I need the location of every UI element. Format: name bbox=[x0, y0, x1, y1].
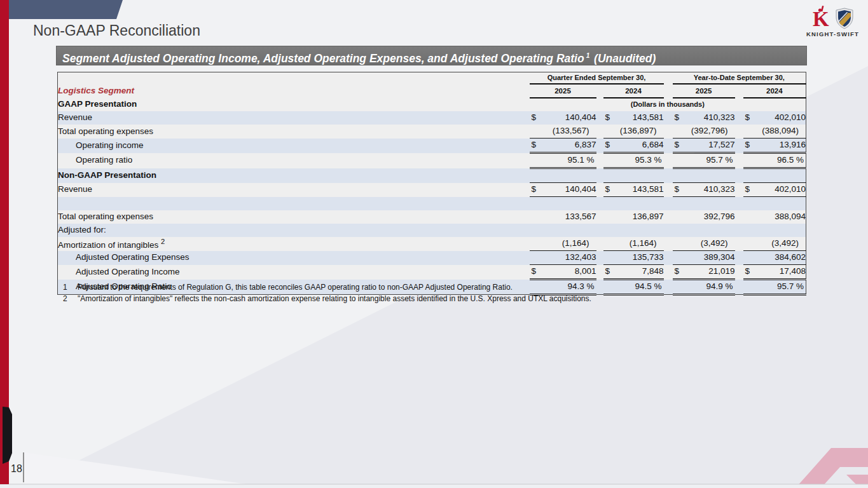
value-cell: $140,404 bbox=[530, 111, 596, 125]
value-cell: $17,527 bbox=[673, 139, 735, 153]
value-cell bbox=[603, 197, 664, 211]
knight-k-icon: K bbox=[811, 5, 833, 29]
column-gap bbox=[664, 139, 673, 153]
black-ribbon-shape bbox=[3, 407, 12, 464]
value-cell bbox=[673, 197, 735, 211]
column-gap bbox=[596, 139, 603, 153]
table-row: Adjusted Operating Expenses132,403135,73… bbox=[58, 251, 806, 265]
value-cell: 132,403 bbox=[530, 251, 596, 265]
value-cell: $21,019 bbox=[673, 265, 735, 280]
logo-icons: K bbox=[811, 5, 853, 29]
column-gap bbox=[735, 183, 743, 197]
value-cell: $140,404 bbox=[530, 183, 596, 197]
table-row: Amortization of intangibles 2(1,164)(1,1… bbox=[58, 237, 806, 251]
row-label: Total operating expenses bbox=[58, 125, 530, 139]
value-cell: (3,492) bbox=[743, 237, 806, 251]
value-cell: (388,094) bbox=[743, 125, 806, 139]
reconciliation-table: Quarter Ended September 30, Year-to-Date… bbox=[57, 72, 806, 295]
presentation-slide: { "slide": { "title": "Non-GAAP Reconcil… bbox=[0, 0, 868, 488]
group-header-quarter: Quarter Ended September 30, bbox=[530, 72, 664, 85]
value-cell bbox=[673, 168, 735, 183]
column-gap bbox=[664, 237, 673, 251]
company-logo: K KNIGHT-SWIFT bbox=[806, 5, 859, 37]
table-row: Operating ratio95.1 %95.3 %95.7 %96.5 % bbox=[58, 153, 806, 168]
value-cell: $410,323 bbox=[673, 111, 735, 125]
value-cell: 95.7 % bbox=[673, 153, 735, 168]
column-gap bbox=[664, 125, 673, 139]
column-gap bbox=[664, 265, 673, 280]
column-gap bbox=[735, 168, 743, 183]
footnotes: 1 Pursuant to the requirements of Regula… bbox=[63, 282, 775, 304]
top-navy-shape bbox=[9, 0, 123, 19]
value-cell: $402,010 bbox=[743, 183, 806, 197]
row-label: Adjusted Operating Expenses bbox=[58, 251, 530, 265]
svg-text:K: K bbox=[813, 8, 829, 29]
column-gap bbox=[664, 153, 673, 168]
value-cell: $143,581 bbox=[603, 111, 664, 125]
column-gap bbox=[735, 84, 743, 98]
column-gap bbox=[596, 210, 603, 224]
group-header-ytd: Year-to-Date September 30, bbox=[673, 72, 806, 85]
value-cell: (1,164) bbox=[603, 237, 664, 251]
column-gap bbox=[596, 168, 603, 183]
value-cell: (136,897) bbox=[603, 125, 664, 139]
column-gap bbox=[664, 111, 673, 125]
value-cell bbox=[530, 197, 596, 211]
value-cell: 135,733 bbox=[603, 251, 664, 265]
column-gap bbox=[735, 265, 743, 280]
column-gap bbox=[735, 139, 743, 153]
value-cell: 384,602 bbox=[743, 251, 806, 265]
column-gap bbox=[735, 125, 743, 139]
column-gap bbox=[596, 183, 603, 197]
column-gap bbox=[735, 111, 743, 125]
column-gap bbox=[735, 197, 743, 211]
bottom-strip bbox=[0, 484, 868, 488]
column-gap bbox=[735, 210, 743, 224]
table-row bbox=[58, 197, 806, 211]
column-gap bbox=[596, 153, 603, 168]
header-spacer bbox=[58, 72, 530, 85]
row-label: Revenue bbox=[58, 111, 530, 125]
table-header-row: GAAP Presentation (Dollars in thousands) bbox=[58, 98, 806, 111]
table-row: Operating income$6,837$6,684$17,527$13,9… bbox=[58, 139, 806, 153]
value-cell bbox=[743, 168, 806, 183]
column-gap bbox=[664, 197, 673, 211]
value-cell: (1,164) bbox=[530, 237, 596, 251]
segment-label: Logistics Segment bbox=[58, 84, 530, 98]
value-cell: $7,848 bbox=[603, 265, 664, 280]
table-row: Revenue$140,404$143,581$410,323$402,010 bbox=[58, 111, 806, 125]
value-cell: $410,323 bbox=[673, 183, 735, 197]
value-cell: $143,581 bbox=[603, 183, 664, 197]
row-label: Adjusted for: bbox=[58, 224, 530, 237]
value-cell: 392,796 bbox=[673, 210, 735, 224]
column-gap bbox=[664, 72, 673, 85]
gaap-presentation-label: GAAP Presentation bbox=[58, 98, 530, 111]
column-gap bbox=[735, 237, 743, 251]
table-row: Adjusted for: bbox=[58, 224, 806, 237]
value-cell bbox=[743, 224, 806, 237]
value-cell bbox=[603, 168, 664, 183]
column-gap bbox=[735, 224, 743, 237]
row-label: Total operating expenses bbox=[58, 210, 530, 224]
logo-wordmark: KNIGHT-SWIFT bbox=[806, 30, 859, 37]
value-cell: (392,796) bbox=[673, 125, 735, 139]
value-cell: $6,837 bbox=[530, 139, 596, 153]
banner-text: Segment Adjusted Operating Income, Adjus… bbox=[62, 52, 584, 65]
table-header-row: Quarter Ended September 30, Year-to-Date… bbox=[58, 72, 806, 85]
footnote-text: Pursuant to the requirements of Regulati… bbox=[78, 282, 513, 294]
page-number-rule bbox=[23, 452, 24, 482]
year-header: 2025 bbox=[673, 84, 735, 98]
value-cell: 136,897 bbox=[603, 210, 664, 224]
value-cell: 388,094 bbox=[743, 210, 806, 224]
column-gap bbox=[664, 84, 673, 98]
column-gap bbox=[735, 153, 743, 168]
value-cell: 95.1 % bbox=[530, 153, 596, 168]
table-header-row: Logistics Segment 2025 2024 2025 2024 bbox=[58, 84, 806, 98]
section-banner: Segment Adjusted Operating Income, Adjus… bbox=[56, 46, 807, 65]
row-label: Revenue bbox=[58, 183, 530, 197]
value-cell: $17,408 bbox=[743, 265, 806, 280]
value-cell: (133,567) bbox=[530, 125, 596, 139]
table-row: Non-GAAP Presentation bbox=[58, 168, 806, 183]
row-label: Adjusted Operating Income bbox=[58, 265, 530, 280]
column-gap bbox=[735, 251, 743, 265]
